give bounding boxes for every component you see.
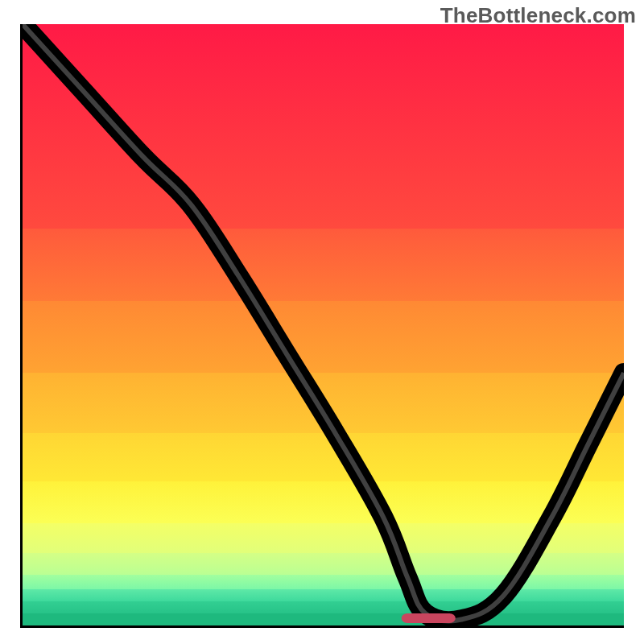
chart-container: TheBottleneck.com: [0, 0, 644, 644]
chart-overlay: [23, 24, 624, 625]
bottleneck-curve: [23, 24, 624, 621]
plot-area: [20, 24, 624, 628]
optimal-marker: [402, 613, 456, 623]
